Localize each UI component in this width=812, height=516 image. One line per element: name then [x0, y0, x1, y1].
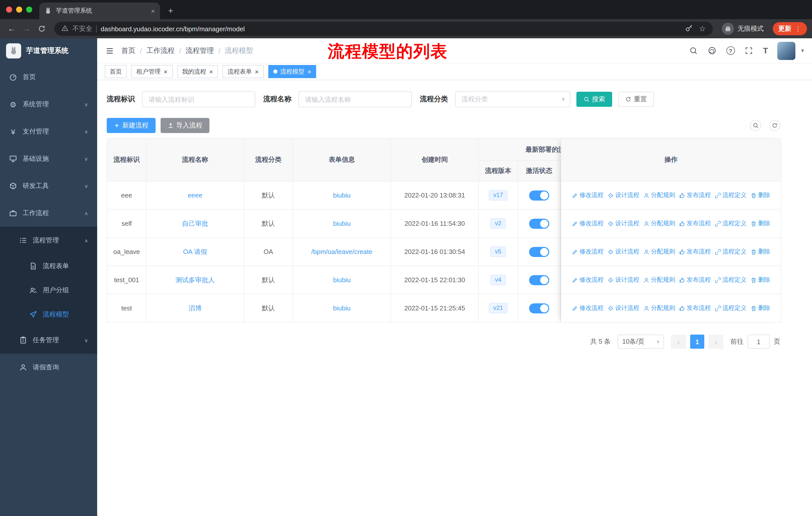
sidebar-item-home[interactable]: 首页 — [0, 63, 97, 91]
browser-tab[interactable]: 芋道管理系统 × — [39, 2, 160, 19]
process-name-link[interactable]: 滔博 — [146, 294, 244, 322]
assign-rule-link[interactable]: 分配规则 — [643, 247, 675, 256]
sidebar-item-infra[interactable]: 基础设施 ∨ — [0, 145, 97, 172]
sidebar-item-workflow[interactable]: 工作流程 ∧ — [0, 199, 97, 227]
address-bar[interactable]: 不安全 dashboard.yudao.iocoder.cn/bpm/manag… — [54, 22, 713, 36]
bookmark-star-icon[interactable]: ☆ — [699, 24, 706, 33]
search-icon[interactable] — [689, 46, 698, 55]
design-process-link[interactable]: 设计流程 — [608, 191, 639, 199]
version-badge[interactable]: v4 — [490, 275, 506, 285]
active-toggle[interactable] — [529, 247, 549, 257]
design-process-link[interactable]: 设计流程 — [608, 276, 639, 284]
active-toggle[interactable] — [529, 303, 549, 313]
browser-menu-icon[interactable]: ⋮ — [795, 25, 802, 32]
process-definition-link[interactable]: 流程定义 — [715, 304, 747, 313]
forward-button[interactable]: → — [20, 22, 33, 35]
tag-home[interactable]: 首页 — [105, 65, 127, 78]
modify-process-link[interactable]: 修改流程 — [572, 191, 604, 199]
tag-process-form[interactable]: 流程表单 × — [223, 65, 264, 78]
search-button[interactable]: 搜索 — [576, 92, 612, 107]
delete-link[interactable]: 删除 — [751, 219, 770, 228]
goto-page-input[interactable] — [748, 334, 770, 349]
sidebar-item-system[interactable]: ⚙ 系统管理 ∨ — [0, 91, 97, 118]
modify-process-link[interactable]: 修改流程 — [572, 247, 604, 256]
process-key-input[interactable] — [142, 91, 255, 107]
sidebar-item-process-model[interactable]: 流程模型 — [0, 302, 97, 327]
process-name-link[interactable]: eeee — [146, 182, 244, 209]
page-number-1[interactable]: 1 — [690, 334, 704, 349]
breadcrumb-item[interactable]: 首页 — [121, 46, 136, 55]
reload-button[interactable] — [35, 22, 48, 35]
publish-process-link[interactable]: 发布流程 — [679, 247, 711, 256]
toggle-search-button[interactable] — [750, 120, 761, 131]
process-name-link[interactable]: OA 请假 — [146, 238, 244, 266]
form-info-link[interactable]: biubiu — [293, 294, 391, 322]
active-toggle[interactable] — [529, 275, 549, 285]
process-definition-link[interactable]: 流程定义 — [715, 191, 747, 199]
design-process-link[interactable]: 设计流程 — [608, 219, 639, 228]
category-select[interactable]: 流程分类 ▾ — [455, 91, 570, 107]
form-info-link[interactable]: biubiu — [293, 266, 391, 294]
github-icon[interactable] — [707, 46, 717, 55]
assign-rule-link[interactable]: 分配规则 — [643, 276, 675, 284]
page-size-select[interactable]: 10条/页 ▾ — [618, 334, 664, 349]
design-process-link[interactable]: 设计流程 — [608, 247, 639, 256]
collapse-sidebar-icon[interactable] — [105, 46, 114, 55]
design-process-link[interactable]: 设计流程 — [608, 304, 639, 313]
process-definition-link[interactable]: 流程定义 — [715, 219, 747, 228]
breadcrumb-item[interactable]: 工作流程 — [146, 46, 175, 55]
font-size-icon[interactable]: T — [763, 46, 768, 55]
user-avatar[interactable] — [778, 42, 795, 60]
sidebar-item-process-form[interactable]: 流程表单 — [0, 254, 97, 278]
delete-link[interactable]: 删除 — [751, 247, 770, 256]
create-process-button[interactable]: 新建流程 — [107, 118, 155, 133]
modify-process-link[interactable]: 修改流程 — [572, 276, 604, 284]
process-name-link[interactable]: 测试多审批人 — [146, 266, 244, 294]
assign-rule-link[interactable]: 分配规则 — [643, 304, 675, 313]
prev-page-button[interactable]: ‹ — [671, 334, 686, 349]
active-toggle[interactable] — [529, 218, 549, 228]
active-toggle[interactable] — [529, 190, 549, 200]
close-icon[interactable]: × — [164, 68, 167, 75]
app-logo[interactable]: 芋道管理系统 — [0, 38, 97, 63]
sidebar-item-task-mgmt[interactable]: 任务管理 ∨ — [0, 327, 97, 354]
tag-process-model[interactable]: 流程模型 × — [268, 65, 316, 78]
breadcrumb-item[interactable]: 流程管理 — [186, 46, 214, 55]
delete-link[interactable]: 删除 — [751, 276, 770, 284]
close-window-button[interactable] — [6, 6, 12, 12]
refresh-table-button[interactable] — [769, 120, 780, 131]
incognito-badge[interactable]: 无痕模式 — [719, 23, 767, 35]
sidebar-item-payment[interactable]: ¥ 支付管理 ∨ — [0, 118, 97, 145]
assign-rule-link[interactable]: 分配规则 — [643, 191, 675, 199]
tag-my-process[interactable]: 我的流程 × — [177, 65, 218, 78]
version-badge[interactable]: v17 — [489, 190, 508, 200]
process-name-input[interactable] — [298, 91, 412, 107]
fullscreen-icon[interactable] — [744, 46, 753, 55]
delete-link[interactable]: 删除 — [751, 304, 770, 313]
zoom-window-button[interactable] — [26, 6, 32, 12]
password-key-icon[interactable] — [685, 24, 693, 33]
sidebar-item-process-mgmt[interactable]: 流程管理 ∧ — [0, 227, 97, 254]
delete-link[interactable]: 删除 — [751, 191, 770, 199]
modify-process-link[interactable]: 修改流程 — [572, 304, 604, 313]
modify-process-link[interactable]: 修改流程 — [572, 219, 604, 228]
next-page-button[interactable]: › — [708, 334, 723, 349]
publish-process-link[interactable]: 发布流程 — [679, 304, 711, 313]
form-info-link[interactable]: biubiu — [293, 210, 391, 237]
process-definition-link[interactable]: 流程定义 — [715, 247, 747, 256]
back-button[interactable]: ← — [5, 22, 18, 35]
reset-button[interactable]: 重置 — [618, 92, 654, 107]
close-icon[interactable]: × — [255, 68, 259, 75]
assign-rule-link[interactable]: 分配规则 — [643, 219, 675, 228]
close-icon[interactable]: × — [308, 68, 311, 75]
update-button[interactable]: 更新 ⋮ — [773, 22, 807, 35]
version-badge[interactable]: v2 — [490, 218, 506, 229]
help-icon[interactable]: ? — [726, 46, 735, 55]
tag-tenant[interactable]: 租户管理 × — [132, 65, 172, 78]
sidebar-item-devtools[interactable]: 研发工具 ∨ — [0, 172, 97, 199]
sidebar-item-leave-query[interactable]: 请假查询 — [0, 354, 97, 381]
publish-process-link[interactable]: 发布流程 — [679, 219, 711, 228]
form-info-link[interactable]: /bpm/oa/leave/create — [293, 238, 391, 266]
form-info-link[interactable]: biubiu — [293, 182, 391, 209]
version-badge[interactable]: v21 — [489, 303, 508, 314]
